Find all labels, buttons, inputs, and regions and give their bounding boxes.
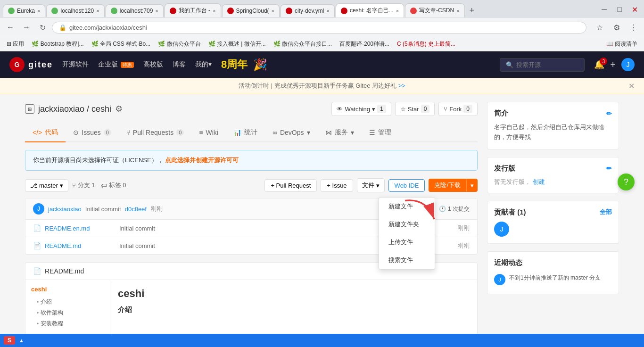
nav-blog[interactable]: 博客 xyxy=(173,60,186,69)
tab-favicon xyxy=(8,8,15,14)
tab-gitee-workbench[interactable]: 我的工作台 - × xyxy=(165,3,221,17)
minimize-button[interactable]: ─ xyxy=(598,3,611,16)
tab-issues-label: Issues xyxy=(82,129,100,136)
commit-count[interactable]: 🕐 1 次提交 xyxy=(439,205,470,213)
tag-count-item[interactable]: 🏷 标签 0 xyxy=(101,181,126,190)
file-name-readme-en[interactable]: README.en.md xyxy=(45,225,116,232)
tab-wiki[interactable]: ≡ Wiki xyxy=(191,124,226,142)
bookmark-baidu-translate[interactable]: 百度翻译-200种语... xyxy=(337,39,392,49)
tab-csdn[interactable]: 写文章-CSDN × xyxy=(405,3,464,17)
toc-title[interactable]: ceshi xyxy=(31,286,104,293)
promo-text: 活动倒计时 | 完成优秀开源项目新手任务赢 Gitee 周边好礼 >> xyxy=(239,82,405,90)
nav-enterprise[interactable]: 企业版 特惠 xyxy=(98,60,134,69)
tab-springcloud[interactable]: SpringCloud( × xyxy=(222,4,280,17)
pull-request-button[interactable]: + Pull Request xyxy=(264,179,317,192)
bookmark-readinglist[interactable]: 📖 阅读清单 xyxy=(603,39,640,49)
toc-item-architecture[interactable]: 软件架构 xyxy=(31,307,104,318)
issue-button[interactable]: + Issue xyxy=(321,179,353,192)
readme-subtitle: 介绍 xyxy=(118,306,470,314)
tab-city-dev[interactable]: city-dev.yml × xyxy=(281,4,335,17)
license-link[interactable]: 点此选择并创建开源许可可 xyxy=(165,157,239,164)
repo-settings-icon[interactable]: ⚙ xyxy=(115,104,123,114)
more-button[interactable]: ⋮ xyxy=(627,21,640,34)
activity-avatar[interactable]: J xyxy=(494,274,505,285)
release-edit-button[interactable]: ✏ xyxy=(606,165,612,172)
clone-button[interactable]: 克隆/下载 ▾ xyxy=(429,179,478,192)
header-search[interactable]: 🔍 xyxy=(500,58,585,72)
promo-link[interactable]: >> xyxy=(398,82,405,89)
user-avatar-button[interactable]: J xyxy=(621,58,635,71)
repo-name-link[interactable]: ceshi xyxy=(91,104,111,114)
reload-button[interactable]: ↻ xyxy=(36,21,49,34)
nav-university[interactable]: 高校版 xyxy=(143,60,163,69)
file-name-readme[interactable]: README.md xyxy=(45,242,116,249)
branch-count-item[interactable]: ⑂ 分支 1 xyxy=(72,181,95,190)
tab-manage[interactable]: ☰ 管理 xyxy=(362,124,399,142)
gitee-logo[interactable]: G gitee xyxy=(9,57,53,72)
notification-button[interactable]: 🔔 3 xyxy=(594,59,604,70)
tab-stats[interactable]: 📊 统计 xyxy=(226,124,265,142)
address-bar[interactable]: 🔒 gitee.com/jackxiaoxiao/ceshi xyxy=(52,22,586,33)
tab-devops-label: DevOps xyxy=(280,129,304,136)
bookmark-bootstrap[interactable]: 🌿 Bootstrap 教程|... xyxy=(29,39,86,49)
search-input[interactable] xyxy=(516,61,573,68)
watch-button[interactable]: 👁 Watching ▾ 1 xyxy=(331,102,391,116)
star-page-button[interactable]: ☆ xyxy=(593,21,606,34)
contributors-all-link[interactable]: 全部 xyxy=(600,208,612,216)
browser-chrome: Eureka × localhost:120 × localhost:709 ×… xyxy=(0,0,644,51)
repo-owner-link[interactable]: jackxiaoxiao xyxy=(38,104,84,114)
promo-close-button[interactable]: ✕ xyxy=(628,82,635,91)
close-icon[interactable]: × xyxy=(456,8,459,14)
close-icon[interactable]: × xyxy=(96,8,99,14)
commit-author-avatar[interactable]: J xyxy=(33,203,44,215)
no-release-text: 暂无发行版， xyxy=(494,178,531,185)
toc-item-install[interactable]: 安装教程 xyxy=(31,318,104,329)
tab-service[interactable]: ⋈ 服务 ▾ xyxy=(318,124,362,142)
back-button[interactable]: ← xyxy=(4,21,17,34)
bookmark-apps[interactable]: ⊞ 应用 xyxy=(4,39,27,49)
extensions-button[interactable]: ⚙ xyxy=(610,21,623,34)
file-button[interactable]: 文件 ▾ xyxy=(357,178,385,192)
tab-localhost1[interactable]: localhost:120 × xyxy=(46,4,104,17)
close-icon[interactable]: × xyxy=(155,8,158,14)
contributor-avatar[interactable]: J xyxy=(494,222,509,237)
intro-edit-button[interactable]: ✏ xyxy=(606,110,612,117)
close-icon[interactable]: × xyxy=(272,8,274,14)
nav-opensource[interactable]: 开源软件 xyxy=(62,60,89,69)
bookmark-csdn[interactable]: C (5条消息) 史上最简... xyxy=(394,39,458,49)
close-window-button[interactable]: ✕ xyxy=(628,3,641,16)
tab-issues[interactable]: ⊙ Issues 0 xyxy=(66,124,119,142)
tab-code[interactable]: </> 代码 xyxy=(25,124,66,142)
dropdown-search-file[interactable]: 搜索文件 xyxy=(379,251,435,269)
dropdown-upload-file[interactable]: 上传文件 xyxy=(379,233,435,251)
branch-select-button[interactable]: ⎇ master ▾ xyxy=(25,179,68,192)
file-icon: 📄 xyxy=(33,224,41,232)
commit-author[interactable]: jackxiaoxiao xyxy=(48,206,82,213)
help-button[interactable]: ? xyxy=(618,174,635,190)
bookmark-css[interactable]: 🌿 全局 CSS 样式·Bo... xyxy=(89,39,154,49)
close-icon[interactable]: × xyxy=(37,8,40,14)
tab-devops[interactable]: ∞ DevOps ▾ xyxy=(265,124,318,142)
tab-localhost2[interactable]: localhost:709 × xyxy=(106,4,164,17)
commit-hash[interactable]: d0c8eef xyxy=(125,206,147,213)
bottom-s-button[interactable]: S xyxy=(4,336,15,345)
close-icon[interactable]: × xyxy=(396,8,399,14)
bookmark-wechat-api[interactable]: 🌿 微信公众平台接口... xyxy=(271,39,335,49)
create-release-link[interactable]: 创建 xyxy=(533,178,545,185)
restore-button[interactable]: □ xyxy=(613,3,626,16)
tab-pullrequests[interactable]: ⑂ Pull Requests 0 xyxy=(119,124,192,142)
close-icon[interactable]: × xyxy=(213,8,215,14)
forward-button[interactable]: → xyxy=(20,21,33,34)
new-tab-button[interactable]: + xyxy=(468,4,477,17)
tab-ceshi[interactable]: ceshi: 名字自己... × xyxy=(336,3,404,17)
webide-button[interactable]: Web IDE xyxy=(388,179,425,192)
nav-mine[interactable]: 我的▾ xyxy=(195,60,212,69)
bookmark-wechat[interactable]: 🌿 微信公众平台 xyxy=(155,39,203,49)
create-button[interactable]: + xyxy=(610,59,616,70)
tab-eureka[interactable]: Eureka × xyxy=(3,4,45,17)
bookmark-wechat-intro[interactable]: 🌿 接入概述 | 微信开... xyxy=(206,39,269,49)
close-icon[interactable]: × xyxy=(327,8,330,14)
star-button[interactable]: ☆ Star 0 xyxy=(395,102,435,116)
toc-item-intro[interactable]: 介绍 xyxy=(31,297,104,307)
fork-button[interactable]: ⑂ Fork 0 xyxy=(438,102,478,116)
